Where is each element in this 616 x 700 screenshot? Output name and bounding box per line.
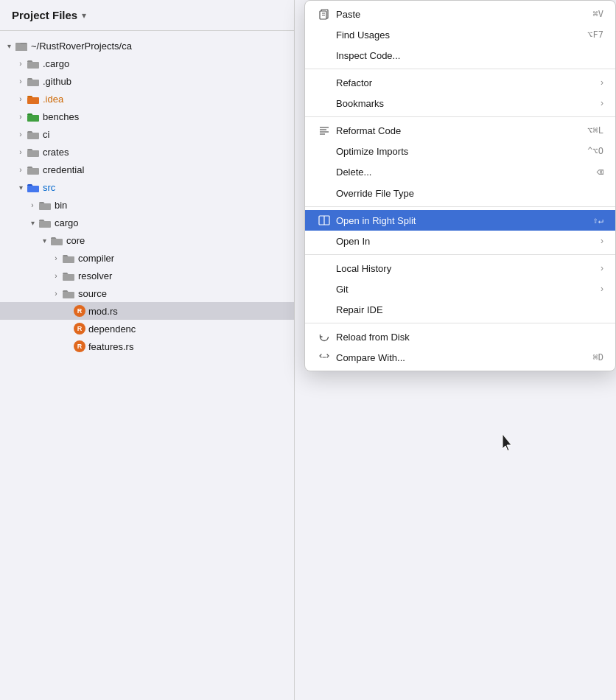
svg-rect-8: [27, 186, 39, 192]
panel-title: Project Files: [12, 9, 77, 21]
tree-item-ci[interactable]: ci: [0, 125, 294, 143]
tree-arrow-core: [38, 234, 50, 246]
menu-item-git[interactable]: Git ›: [305, 279, 615, 299]
tree-item-features-rs[interactable]: R features.rs: [0, 337, 294, 355]
reformat-icon: [317, 125, 332, 136]
tree-arrow-crates: [15, 146, 27, 158]
svg-rect-9: [39, 203, 51, 210]
menu-item-inspect-code[interactable]: Inspect Code...: [305, 45, 615, 66]
menu-item-label-refactor: Refactor: [336, 77, 595, 88]
tree-arrow-compiler: [50, 252, 62, 264]
tree-item-label-credential: credential: [43, 164, 84, 175]
menu-item-reformat-code[interactable]: Reformat Code ⌥⌘L: [305, 120, 615, 141]
menu-shortcut-find-usages: ⌥F7: [587, 29, 603, 40]
menu-item-label-repair-ide: Repair IDE: [336, 304, 603, 315]
tree-item-label-src: src: [43, 182, 55, 193]
tree-item-benches[interactable]: benches: [0, 108, 294, 125]
separator-3: [305, 206, 615, 207]
menu-item-refactor[interactable]: Refactor ›: [305, 72, 615, 93]
menu-item-compare-with[interactable]: Compare With... ⌘D: [305, 347, 615, 368]
menu-item-label-find-usages: Find Usages: [336, 29, 573, 41]
tree-item-idea[interactable]: .idea: [0, 90, 294, 108]
tree-item-cargo[interactable]: .cargo: [0, 55, 294, 72]
menu-item-label-optimize-imports: Optimize Imports: [336, 146, 573, 157]
folder-icon-idea: [27, 93, 40, 105]
svg-rect-5: [27, 133, 39, 139]
tree-arrow-resolver: [50, 270, 62, 281]
folder-icon-cargo2: [38, 217, 52, 228]
menu-item-label-delete: Delete...: [336, 167, 581, 178]
tree-item-label-crates: crates: [43, 147, 69, 158]
menu-item-open-in[interactable]: Open In ›: [305, 231, 615, 251]
menu-item-label-override-file-type: Override File Type: [336, 188, 603, 199]
svg-rect-11: [51, 239, 63, 245]
tree-item-label-benches: benches: [43, 111, 79, 122]
folder-icon-bin: [38, 199, 52, 211]
compare-icon: [317, 351, 332, 363]
folder-icon-crates: [27, 146, 40, 158]
menu-shortcut-optimize: ^⌥O: [587, 146, 603, 156]
menu-item-label-reformat-code: Reformat Code: [336, 125, 573, 136]
menu-shortcut-paste: ⌘V: [593, 9, 603, 19]
folder-icon-source: [62, 287, 75, 299]
cursor: [500, 433, 514, 455]
menu-item-optimize-imports[interactable]: Optimize Imports ^⌥O: [305, 141, 615, 161]
menu-item-label-git: Git: [336, 284, 595, 295]
folder-icon-root: [15, 40, 28, 52]
menu-item-repair-ide[interactable]: Repair IDE: [305, 299, 615, 320]
tree-item-credential[interactable]: credential: [0, 161, 294, 178]
tree-item-bin[interactable]: bin: [0, 196, 294, 214]
menu-item-bookmarks[interactable]: Bookmarks ›: [305, 93, 615, 113]
tree-item-cargo2[interactable]: cargo: [0, 214, 294, 231]
tree-item-compiler[interactable]: compiler: [0, 249, 294, 267]
svg-rect-2: [27, 80, 39, 86]
separator-1: [305, 69, 615, 69]
rust-badge-features-rs: R: [74, 340, 85, 352]
menu-item-reload-from-disk[interactable]: Reload from Disk: [305, 326, 615, 347]
tree-arrow-features-rs: [62, 340, 74, 352]
folder-icon-cargo: [27, 57, 40, 69]
tree-item-github[interactable]: .github: [0, 72, 294, 90]
tree-item-label-core: core: [66, 235, 85, 246]
tree-item-label-resolver: resolver: [78, 270, 112, 281]
refactor-arrow: ›: [601, 77, 603, 88]
folder-icon-src: [27, 181, 40, 193]
menu-shortcut-open-right-split: ⇧↵: [593, 215, 603, 225]
menu-item-label-compare-with: Compare With...: [336, 352, 578, 363]
tree-item-label-mod-rs: mod.rs: [88, 306, 118, 317]
menu-item-open-in-right-split[interactable]: Open in Right Split ⇧↵: [305, 210, 615, 231]
tree-item-crates[interactable]: crates: [0, 143, 294, 161]
svg-rect-13: [63, 274, 74, 281]
tree-arrow-idea: [15, 93, 27, 105]
svg-rect-3: [27, 97, 39, 104]
tree-arrow-ci: [15, 128, 27, 140]
tree-item-resolver[interactable]: resolver: [0, 267, 294, 284]
menu-shortcut-compare: ⌘D: [593, 352, 603, 363]
menu-item-delete[interactable]: Delete... ⌫: [305, 161, 615, 183]
tree-item-label-features-rs: features.rs: [88, 341, 133, 352]
tree-arrow-mod-rs: [62, 305, 74, 317]
svg-rect-4: [27, 115, 39, 122]
menu-item-label-open-in-right-split: Open in Right Split: [336, 215, 578, 226]
folder-icon-benches: [27, 111, 40, 122]
menu-item-local-history[interactable]: Local History ›: [305, 258, 615, 279]
git-arrow: ›: [601, 284, 603, 294]
tree-item-mod-rs[interactable]: R mod.rs: [0, 302, 294, 320]
svg-rect-7: [27, 168, 39, 175]
tree-item-src[interactable]: src: [0, 178, 294, 196]
svg-rect-14: [63, 292, 74, 298]
panel-title-arrow[interactable]: ▾: [82, 10, 86, 21]
folder-icon-credential: [27, 164, 40, 175]
menu-item-override-file-type[interactable]: Override File Type: [305, 183, 615, 203]
menu-shortcut-reformat: ⌥⌘L: [587, 125, 603, 136]
tree-item-label-cargo2: cargo: [55, 217, 79, 228]
tree-item-core[interactable]: core: [0, 231, 294, 249]
tree-arrow-credential: [15, 164, 27, 175]
tree-item-root[interactable]: ~/RustRoverProjects/ca: [0, 37, 294, 55]
tree-item-dependenc[interactable]: R dependenc: [0, 320, 294, 337]
tree-item-label-dependenc: dependenc: [88, 323, 136, 335]
menu-item-label-open-in: Open In: [336, 236, 595, 247]
menu-item-paste[interactable]: Paste ⌘V: [305, 4, 615, 24]
menu-item-find-usages[interactable]: Find Usages ⌥F7: [305, 24, 615, 45]
tree-item-source[interactable]: source: [0, 284, 294, 302]
